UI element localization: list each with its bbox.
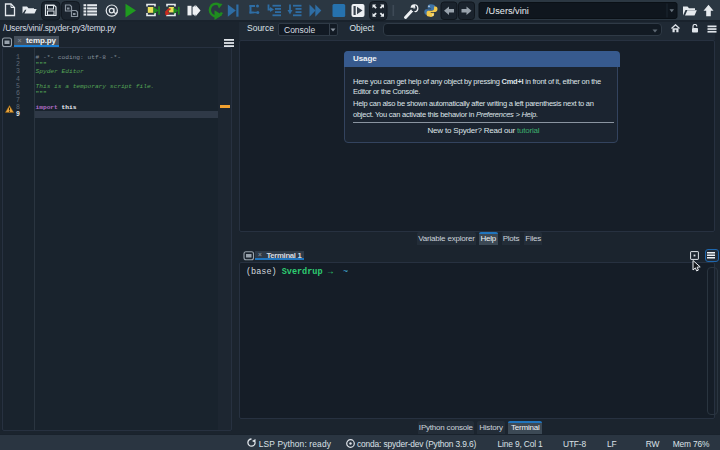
svg-text:/Users/vini: /Users/vini	[486, 6, 529, 16]
